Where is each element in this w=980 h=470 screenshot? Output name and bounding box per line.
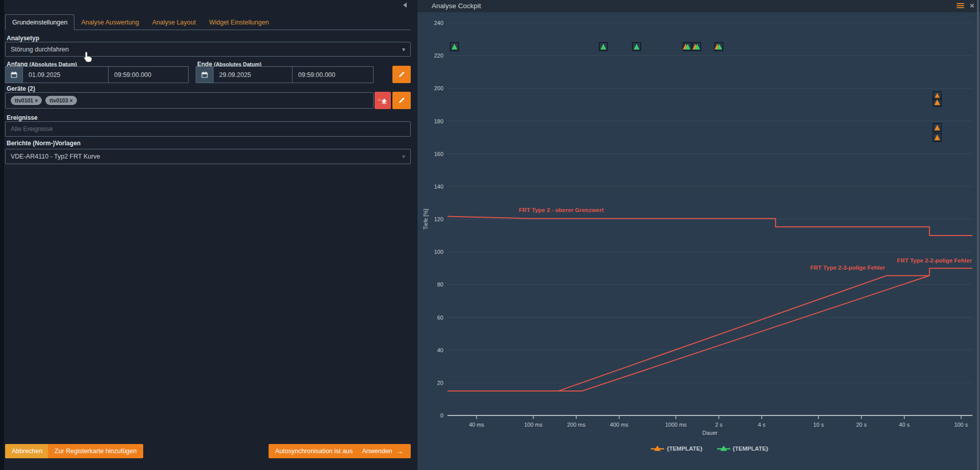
x-axis-title: Dauer [702,430,718,436]
clear-devices-button[interactable] [375,92,391,109]
berichte-value: VDE-AR4110 - Typ2 FRT Kurve [11,153,100,160]
anfang-time-field[interactable]: 09:59:00.000 [108,66,189,83]
chevron-down-icon: ▾ [402,153,405,160]
y-tick-label: 180 [434,118,443,124]
scrollbar[interactable] [977,0,979,470]
x-tick-label: 4 s [758,422,765,428]
frt-chart-canvas[interactable]: 020406080100120140160180200220240Tiefe [… [417,0,980,470]
collapse-panel-icon[interactable] [403,3,407,8]
y-tick-label: 160 [434,151,443,157]
edit-devices-button[interactable] [392,92,411,109]
calendar-icon [11,71,17,78]
y-tick-label: 120 [434,216,443,222]
chart-legend: {TEMPLATE} {TEMPLATE} [428,445,980,452]
event-marker-orange [934,93,940,98]
legend-item[interactable]: {TEMPLATE} [651,445,702,452]
chevron-down-icon: ▾ [402,46,405,53]
berichte-select[interactable]: VDE-AR4110 - Typ2 FRT Kurve ▾ [5,149,411,164]
series-label: FRT Type 2 - oberer Grenzwert [519,207,604,213]
tab-analyse-layout[interactable]: Analyse Layout [146,15,202,30]
anwenden-button[interactable]: Anwenden → [355,444,411,458]
window-edge [0,0,4,470]
arrow-right-icon: → [396,447,404,455]
ende-time-field[interactable]: 09:59:00.000 [292,66,374,83]
tab-grundeinstellungen[interactable]: Grundeinstellungen [5,14,74,30]
legend-label: {TEMPLATE} [667,446,702,452]
autosync-button[interactable]: Autosynchronisation ist aus [269,444,369,458]
y-tick-label: 80 [437,281,443,288]
pencil-icon [398,97,405,104]
ende-calendar-button[interactable] [196,66,214,83]
legend-item[interactable]: {TEMPLATE} [717,445,769,452]
device-chip[interactable]: ttv0103 × [45,96,76,105]
y-tick-label: 0 [440,412,443,419]
anwenden-label: Anwenden [362,448,392,455]
abbrechen-button[interactable]: Abbrechen [5,444,49,458]
series-label: FRT Type 2-2-polige Fehler [897,257,972,264]
berichte-label: Berichte (Norm-)Vorlagen [7,140,81,147]
y-axis-title: Tiefe [%] [422,208,429,229]
x-tick-label: 40 s [899,422,910,428]
calendar-icon [201,71,208,78]
y-tick-label: 220 [434,53,443,59]
event-marker-green [634,44,640,49]
x-tick-label: 100 ms [524,422,543,428]
y-tick-label: 60 [437,315,443,321]
event-marker-orange [934,125,940,130]
anfang-calendar-button[interactable] [5,66,23,83]
y-tick-label: 240 [434,20,443,26]
event-marker-orange [934,99,940,105]
device-chip-label: ttv0101 [15,97,33,103]
x-tick-label: 200 ms [567,422,586,428]
geraete-label: Geräte (2) [7,85,35,92]
pencil-icon [398,71,405,78]
legend-marker-icon [651,445,664,452]
remove-chip-icon[interactable]: × [70,97,73,103]
ende-date-field[interactable]: 29.09.2025 [213,66,293,83]
ereignisse-input[interactable] [5,121,411,137]
x-tick-label: 400 ms [610,422,629,428]
anfang-date-field[interactable]: 01.09.2025 [22,66,109,83]
y-tick-label: 20 [437,380,443,386]
x-tick-label: 1000 ms [665,422,687,428]
x-tick-label: 2 s [715,422,723,428]
legend-marker-icon [717,445,730,452]
x-tick-label: 10 s [813,422,824,428]
device-chip-label: ttv0103 [49,97,68,103]
ereignisse-label: Ereignisse [7,114,38,121]
analysetyp-value: Störung durchfahren [11,46,69,53]
event-marker-orange [934,135,940,140]
series-line [447,268,972,391]
x-tick-label: 20 s [856,422,867,428]
series-label: FRT Type 2-3-polige Fehler [810,265,885,271]
settings-panel: Grundeinstellungen Analyse Auswertung An… [0,0,417,470]
x-tick-label: 40 ms [469,422,484,428]
legend-label: {TEMPLATE} [733,446,769,452]
eraser-icon [378,97,387,104]
tab-bar: Grundeinstellungen Analyse Auswertung An… [5,14,411,30]
series-line [447,276,930,391]
y-tick-label: 200 [434,85,443,91]
analysetyp-label: Analysetyp [7,35,39,42]
geraete-field[interactable]: ttv0101 × ttv0103 × [5,92,374,109]
device-chip[interactable]: ttv0101 × [11,96,42,105]
remove-chip-icon[interactable]: × [35,97,38,103]
event-marker-green [452,44,457,49]
zur-registerkarte-button[interactable]: Zur Registerkarte hinzufügen [48,444,143,458]
tab-analyse-auswertung[interactable]: Analyse Auswertung [74,15,145,30]
event-marker-green [600,44,606,49]
y-tick-label: 100 [434,249,443,255]
y-tick-label: 40 [437,347,443,353]
x-tick-label: 100 s [954,422,968,428]
autosync-label: Autosynchronisation ist aus [275,448,353,455]
tab-widget-einstellungen[interactable]: Widget Einstellungen [202,15,275,30]
y-tick-label: 140 [434,184,443,190]
analysetyp-select[interactable]: Störung durchfahren ▾ [5,42,411,57]
analyse-cockpit-panel: Analyse Cockpit × 0204060801001201401601… [417,0,980,470]
edit-dates-button[interactable] [392,66,411,83]
